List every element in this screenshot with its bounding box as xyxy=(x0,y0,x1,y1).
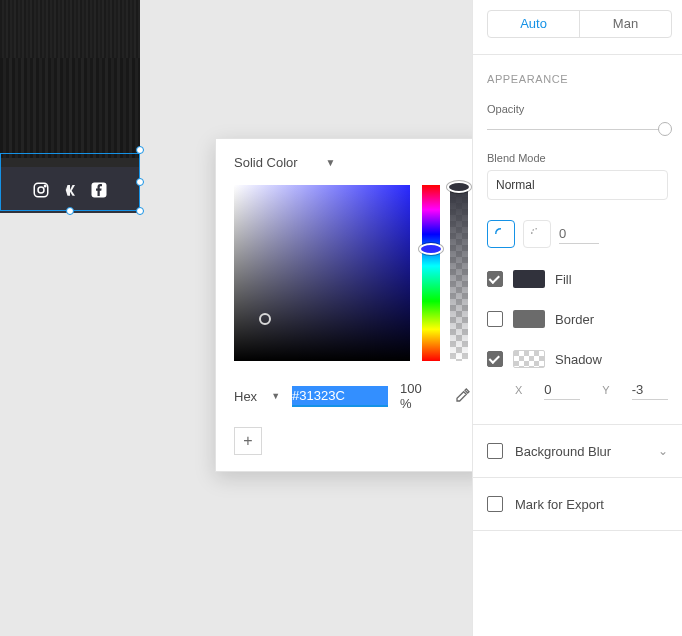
opacity-slider[interactable] xyxy=(487,129,668,130)
canvas-artboard[interactable] xyxy=(0,0,140,213)
segmented-auto[interactable]: Auto xyxy=(488,11,579,37)
shadow-x-label: X xyxy=(515,384,522,396)
sv-cursor[interactable] xyxy=(259,313,271,325)
border-label: Border xyxy=(555,312,594,327)
facebook-icon xyxy=(90,181,108,199)
appearance-section-title: APPEARANCE xyxy=(487,73,668,85)
inspector-panel: Auto Man APPEARANCE Opacity Blend Mode N… xyxy=(472,0,682,636)
shadow-checkbox[interactable] xyxy=(487,351,503,367)
mark-for-export-checkbox[interactable] xyxy=(487,496,503,512)
corner-radius-input[interactable] xyxy=(559,224,599,244)
hex-input[interactable] xyxy=(292,386,388,407)
shadow-swatch[interactable] xyxy=(513,350,545,368)
fill-swatch[interactable] xyxy=(513,270,545,288)
svg-point-1 xyxy=(38,187,44,193)
fill-checkbox[interactable] xyxy=(487,271,503,287)
blend-mode-value: Normal xyxy=(496,178,535,192)
border-checkbox[interactable] xyxy=(487,311,503,327)
color-mode-dropdown[interactable]: Solid Color ▼ xyxy=(216,139,489,180)
corner-same-radius-button[interactable] xyxy=(487,220,515,248)
hue-cursor[interactable] xyxy=(419,243,443,255)
eyedropper-icon[interactable] xyxy=(455,387,471,406)
blend-mode-select[interactable]: Normal xyxy=(487,170,668,200)
alpha-cursor[interactable] xyxy=(447,181,471,193)
saturation-value-area[interactable] xyxy=(234,185,410,361)
chevron-down-icon: ▼ xyxy=(271,391,280,401)
layout-mode-segmented: Auto Man xyxy=(487,10,672,38)
opacity-label: Opacity xyxy=(487,103,668,115)
mark-for-export-label: Mark for Export xyxy=(515,497,604,512)
chevron-down-icon: ▼ xyxy=(326,157,336,168)
artboard-texture-mid xyxy=(0,58,140,158)
background-blur-checkbox[interactable] xyxy=(487,443,503,459)
border-swatch[interactable] xyxy=(513,310,545,328)
shadow-y-label: Y xyxy=(602,384,609,396)
chevron-down-icon[interactable]: ⌄ xyxy=(658,444,668,458)
color-format-dropdown[interactable]: Hex ▼ xyxy=(234,389,280,404)
artboard-footer-bar[interactable] xyxy=(0,167,140,213)
segmented-manual[interactable]: Man xyxy=(579,11,671,37)
shadow-label: Shadow xyxy=(555,352,602,367)
hue-slider[interactable] xyxy=(422,185,440,361)
corner-separate-radius-button[interactable] xyxy=(523,220,551,248)
fill-label: Fill xyxy=(555,272,572,287)
artboard-texture-top xyxy=(0,0,140,58)
color-mode-label: Solid Color xyxy=(234,155,298,170)
blend-mode-label: Blend Mode xyxy=(487,152,668,164)
add-swatch-button[interactable]: + xyxy=(234,427,262,455)
background-blur-label: Background Blur xyxy=(515,444,611,459)
svg-point-2 xyxy=(44,185,46,187)
color-picker-popover: Solid Color ▼ Hex ▼ 100 % + xyxy=(215,138,490,472)
instagram-icon xyxy=(32,181,50,199)
shadow-y-input[interactable] xyxy=(632,380,668,400)
shadow-x-input[interactable] xyxy=(544,380,580,400)
alpha-percent: 100 % xyxy=(400,381,435,411)
alpha-slider[interactable] xyxy=(450,185,468,361)
opacity-slider-knob[interactable] xyxy=(658,122,672,136)
vk-icon xyxy=(60,183,80,197)
color-format-label: Hex xyxy=(234,389,257,404)
